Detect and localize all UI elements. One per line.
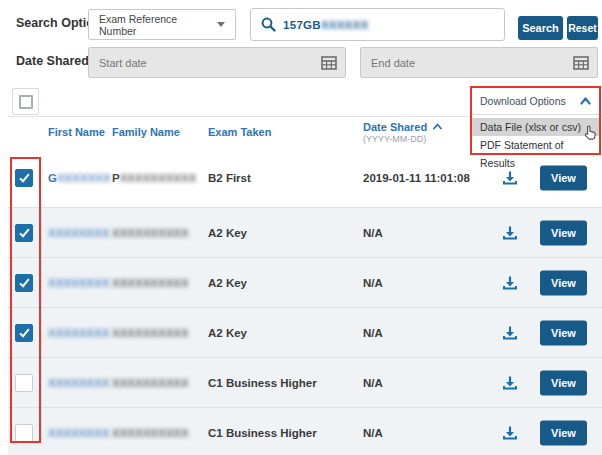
chevron-up-icon — [580, 97, 591, 105]
family-name-cell: XXXXXXXXXX — [112, 327, 189, 339]
checkmark-icon — [19, 276, 29, 287]
family-name-cell: XXXXXXXXXX — [112, 377, 189, 389]
first-name-cell: XXXXXXXX — [48, 227, 109, 239]
first-name-cell: XXXXXXXX — [48, 377, 109, 389]
download-icon[interactable] — [502, 375, 518, 391]
calendar-icon[interactable] — [573, 55, 589, 70]
download-options-toggle[interactable]: Download Options — [472, 88, 599, 115]
download-icon[interactable] — [502, 225, 518, 241]
first-name-header: First Name — [48, 126, 105, 138]
download-options-dropdown: Download Options Data File (xlsx or csv)… — [470, 86, 601, 155]
cursor-hand-icon — [583, 124, 597, 145]
date-format-hint: (YYYY-MM-DD) — [363, 134, 426, 144]
row-checkbox[interactable] — [15, 224, 33, 242]
calendar-icon[interactable] — [321, 55, 337, 70]
family-name-cell: XXXXXXXXXX — [112, 277, 189, 289]
end-date-field[interactable] — [360, 47, 598, 78]
search-type-value: Exam Reference Number — [99, 13, 217, 37]
download-icon[interactable] — [502, 425, 518, 441]
checkmark-icon — [19, 171, 29, 182]
search-query-redacted: XXXXXX — [321, 19, 369, 31]
exam-taken-cell: A2 Key — [208, 277, 247, 289]
view-button[interactable]: View — [540, 270, 587, 295]
view-button[interactable]: View — [540, 320, 587, 345]
exam-taken-cell: A2 Key — [208, 227, 247, 239]
first-name-cell: GXXXXXXX — [48, 172, 111, 184]
download-options-menu: Data File (xlsx or csv)PDF Statement of … — [472, 115, 599, 154]
download-icon[interactable] — [502, 325, 518, 341]
search-button[interactable]: Search — [518, 16, 563, 40]
reset-button[interactable]: Reset — [567, 16, 598, 40]
checkbox-square-icon — [19, 95, 33, 109]
family-name-header: Family Name — [112, 126, 180, 138]
exam-taken-cell: C1 Business Higher — [208, 427, 317, 439]
exam-taken-header: Exam Taken — [208, 126, 271, 138]
download-option-item[interactable]: Data File (xlsx or csv) — [472, 118, 599, 136]
table-row: XXXXXXXX XXXXXXXXXX C1 Business Higher N… — [8, 407, 602, 455]
date-shared-cell: N/A — [363, 427, 383, 439]
results-table-body: GXXXXXXX PXXXXXXXXXX B2 First 2019-01-11… — [8, 148, 602, 455]
family-name-cell: XXXXXXXXXX — [112, 427, 189, 439]
family-name-cell: PXXXXXXXXXX — [112, 172, 196, 184]
date-shared-cell: N/A — [363, 277, 383, 289]
family-name-cell: XXXXXXXXXX — [112, 227, 189, 239]
date-shared-header-label: Date Shared — [363, 121, 427, 133]
exam-taken-cell: C1 Business Higher — [208, 377, 317, 389]
row-checkbox[interactable] — [15, 324, 33, 342]
view-button[interactable]: View — [540, 420, 587, 445]
view-button[interactable]: View — [540, 165, 587, 190]
checkmark-icon — [19, 226, 29, 237]
table-row: XXXXXXXX XXXXXXXXXX C1 Business Higher N… — [8, 357, 602, 407]
search-type-dropdown[interactable]: Exam Reference Number — [88, 9, 236, 40]
table-row: XXXXXXXX XXXXXXXXXX A2 Key N/A View — [8, 257, 602, 307]
table-row: XXXXXXXX XXXXXXXXXX A2 Key N/A View — [8, 207, 602, 257]
start-date-input[interactable] — [89, 48, 345, 77]
checkmark-icon — [19, 326, 29, 337]
first-name-cell: XXXXXXXX — [48, 277, 109, 289]
date-shared-cell: N/A — [363, 327, 383, 339]
date-shared-cell: 2019-01-11 11:01:08 — [363, 172, 470, 184]
first-name-cell: XXXXXXXX — [48, 427, 109, 439]
table-row: XXXXXXXX XXXXXXXXXX A2 Key N/A View — [8, 307, 602, 357]
exam-taken-cell: A2 Key — [208, 327, 247, 339]
start-date-field[interactable] — [88, 47, 346, 78]
first-name-cell: XXXXXXXX — [48, 327, 109, 339]
row-checkbox[interactable] — [15, 374, 33, 392]
search-input[interactable]: 157GBXXXXXX — [250, 8, 505, 41]
row-checkbox[interactable] — [15, 424, 33, 442]
download-option-item[interactable]: PDF Statement of Results — [472, 136, 599, 154]
sort-ascending-icon — [433, 120, 442, 132]
date-shared-sort-header[interactable]: Date Shared — [363, 120, 442, 133]
search-icon — [261, 17, 276, 32]
search-query-prefix: 157GB — [283, 19, 321, 31]
search-query-text: 157GBXXXXXX — [283, 19, 369, 31]
row-checkbox[interactable] — [15, 169, 33, 187]
row-checkbox[interactable] — [15, 274, 33, 292]
chevron-down-icon — [217, 22, 225, 27]
view-button[interactable]: View — [540, 370, 587, 395]
view-button[interactable]: View — [540, 220, 587, 245]
date-shared-cell: N/A — [363, 227, 383, 239]
download-icon[interactable] — [502, 275, 518, 291]
select-all-checkbox[interactable] — [12, 88, 39, 115]
download-options-label: Download Options — [480, 95, 566, 107]
end-date-input[interactable] — [361, 48, 597, 77]
date-shared-cell: N/A — [363, 377, 383, 389]
results-sharing-page: Search Options Exam Reference Number 157… — [0, 0, 602, 455]
exam-taken-cell: B2 First — [208, 172, 251, 184]
